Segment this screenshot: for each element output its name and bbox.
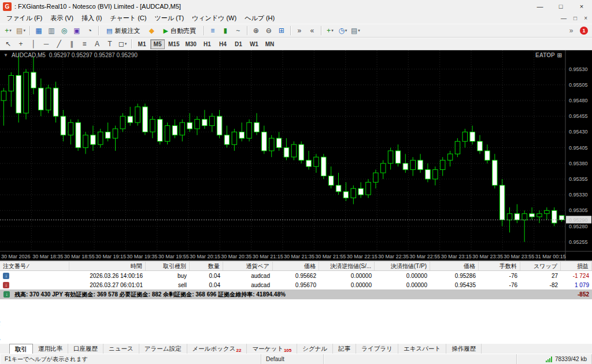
cursor-icon[interactable]: ↖ [2, 39, 14, 50]
equidistant-channel-icon[interactable]: ∥ [66, 39, 77, 50]
tab-experts[interactable]: エキスパート [398, 344, 446, 354]
svg-text:30 Mar 23:15: 30 Mar 23:15 [441, 254, 472, 259]
chart-symbol-label: ▼ AUDCAD,M5 0.95297 0.95297 0.95287 0.95… [3, 52, 138, 58]
autotrade-button[interactable]: ▶自動売買 [158, 25, 200, 36]
tab-exposure[interactable]: 運用比率 [33, 344, 68, 354]
chart-area[interactable]: 0.955300.955050.954800.954550.954300.954… [0, 50, 592, 261]
tab-label: ニュース [109, 345, 134, 353]
timeframe-h4-button[interactable]: H4 [216, 39, 230, 49]
chart-close-button[interactable]: × [584, 15, 587, 21]
menu-file[interactable]: ファイル (F) [2, 13, 46, 23]
caret-down-icon: ▾ [23, 28, 25, 33]
trendline-icon[interactable]: ╱ [53, 39, 65, 50]
menu-insert[interactable]: 挿入 (I) [77, 13, 106, 23]
column-header-12[interactable]: 損益 [561, 262, 592, 270]
orders-table-body: ↓2026.03.26 14:00:16buy0.04audcad0.95662… [0, 271, 592, 289]
vertical-line-icon[interactable]: │ [28, 39, 39, 50]
tab-news[interactable]: ニュース [103, 344, 139, 354]
tile-windows-icon[interactable]: ⊞ [276, 25, 287, 36]
zoom-in-icon[interactable]: ⊕ [250, 25, 262, 36]
line-chart-type-icon[interactable]: ~ [232, 25, 244, 36]
text-label-icon[interactable]: A [91, 39, 103, 50]
periods-icon[interactable]: ◷▾ [337, 25, 349, 36]
cell-price: 0.95435 [430, 280, 479, 289]
notification-badge[interactable]: 1 [580, 27, 588, 35]
timeframe-m15-button[interactable]: M15 [166, 39, 182, 49]
tab-signals[interactable]: シグナル [297, 344, 333, 354]
minimize-button[interactable]: — [530, 0, 550, 13]
caret-down-icon: ▾ [345, 28, 347, 33]
metaeditor-icon[interactable]: ◆ [146, 25, 157, 36]
cell-commission: -76 [479, 271, 520, 280]
tab-journal[interactable]: 操作履歴 [446, 344, 482, 354]
svg-text:0.95255: 0.95255 [569, 239, 588, 245]
column-header-9[interactable]: 価格 [430, 262, 479, 270]
profile-selector[interactable]: Default [261, 354, 324, 364]
cell-order-number: ↓ [0, 280, 69, 289]
fibonacci-icon[interactable]: ≡ [79, 39, 90, 50]
timeframe-m30-button[interactable]: M30 [183, 39, 198, 49]
crosshair-icon[interactable]: + [15, 39, 27, 50]
horizontal-line-icon[interactable]: ─ [40, 39, 52, 50]
chart-collapse-icon[interactable]: ▼ [3, 53, 8, 58]
auto-scroll-icon[interactable]: » [294, 25, 305, 36]
menu-tools[interactable]: ツール (T) [150, 13, 188, 23]
column-header-6[interactable]: 価格 [273, 262, 319, 270]
maximize-button[interactable]: □ [550, 0, 571, 13]
tab-account-history[interactable]: 口座履歴 [68, 344, 103, 354]
chart-restore-button[interactable]: □ [574, 15, 577, 21]
toolbar-overflow-icon[interactable]: » [565, 25, 577, 36]
tab-alerts[interactable]: アラーム設定 [139, 344, 187, 354]
navigator-icon[interactable]: ◎ [58, 25, 70, 36]
indicators-icon[interactable]: +▾ [324, 25, 336, 36]
menu-window[interactable]: ウィンドウ (W) [188, 13, 240, 23]
chart-minimize-button[interactable]: — [561, 15, 567, 21]
menu-help[interactable]: ヘルプ (H) [240, 13, 279, 23]
tab-market[interactable]: マーケット105 [247, 344, 297, 354]
menu-charts[interactable]: チャート (C) [106, 13, 150, 23]
tab-trade[interactable]: 取引 [9, 344, 33, 354]
bar-chart-type-icon[interactable]: ≡ [207, 25, 219, 36]
column-header-4[interactable]: 数量 [190, 262, 223, 270]
column-header-1[interactable]: 注文番号 ∕ [0, 262, 69, 270]
navigator-glyph-icon: ◎ [61, 27, 67, 35]
timeframe-mn-button[interactable]: MN [262, 39, 277, 49]
data-window-icon[interactable]: ▥ [46, 25, 57, 36]
zoom-out-icon[interactable]: ⊖ [263, 25, 275, 36]
new-chart-icon[interactable]: +▾ [2, 25, 14, 36]
timeframe-h1-button[interactable]: H1 [200, 39, 214, 49]
cursor-glyph-icon: ↖ [5, 40, 11, 48]
profiles-icon[interactable]: ▤▾ [15, 25, 27, 36]
new-order-button[interactable]: ▤新規注文 [102, 25, 145, 36]
templates-icon[interactable]: ▤▾ [350, 25, 361, 36]
timeframe-m1-button[interactable]: M1 [135, 39, 149, 49]
tab-library[interactable]: ライブラリ [356, 344, 398, 354]
price-chart[interactable]: 0.955300.955050.954800.954550.954300.954… [0, 50, 592, 261]
close-button[interactable]: × [571, 0, 592, 13]
tab-articles[interactable]: 記事 [333, 344, 356, 354]
column-header-11[interactable]: スワップ [520, 262, 561, 270]
column-header-5[interactable]: 通貨ペア [223, 262, 273, 270]
svg-text:0.95505: 0.95505 [569, 82, 588, 88]
svg-text:0.95280: 0.95280 [569, 224, 588, 229]
column-header-2[interactable]: 時間 [69, 262, 146, 270]
market-watch-icon[interactable]: ▦ [33, 25, 45, 36]
timeframe-d1-button[interactable]: D1 [231, 39, 246, 49]
menu-view[interactable]: 表示 (V) [46, 13, 77, 23]
shapes-icon[interactable]: ◻▾ [117, 39, 128, 50]
timeframe-w1-button[interactable]: W1 [247, 39, 261, 49]
column-header-8[interactable]: 決済指値(T/P) [375, 262, 430, 270]
order-row[interactable]: ↓2026.03.26 14:00:16buy0.04audcad0.95662… [0, 271, 592, 280]
arrow-label-icon[interactable]: T [104, 39, 116, 50]
candlestick-type-icon[interactable]: ▮ [220, 25, 231, 36]
column-header-7[interactable]: 決済逆指値(S/... [319, 262, 375, 270]
column-header-3[interactable]: 取引種別 [146, 262, 190, 270]
strategy-tester-icon[interactable]: ◔ [84, 25, 95, 36]
tab-mailbox[interactable]: メールボックス22 [187, 344, 247, 354]
chart-shift-icon[interactable]: « [306, 25, 318, 36]
svg-text:30 Mar 20:35: 30 Mar 20:35 [221, 254, 251, 259]
column-header-10[interactable]: 手数料 [479, 262, 520, 270]
terminal-toggle-icon[interactable]: ▣ [71, 25, 83, 36]
order-row[interactable]: ↓2026.03.27 06:01:01sell0.04audcad0.9567… [0, 280, 592, 289]
timeframe-m5-button[interactable]: M5 [150, 39, 165, 49]
